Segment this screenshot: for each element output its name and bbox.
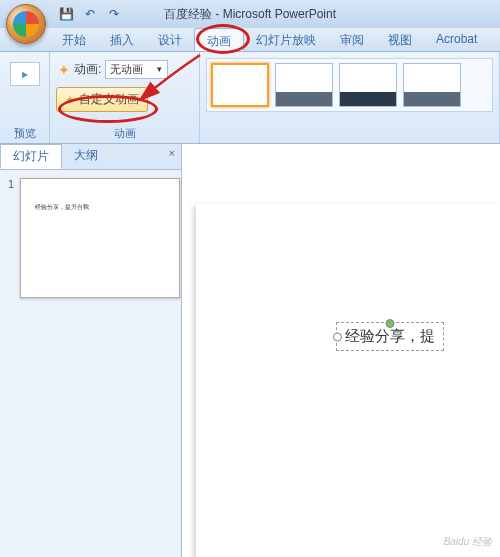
office-logo-icon <box>13 11 39 37</box>
thumbnail-area: 1 经验分享，提升自我 <box>0 170 181 306</box>
menu-insert[interactable]: 插入 <box>98 28 146 51</box>
anim-group-label: 动画 <box>50 126 199 141</box>
star-icon: ✦ <box>58 62 70 78</box>
watermark: Baidu 经验 <box>444 535 492 549</box>
redo-button[interactable]: ↷ <box>104 4 124 24</box>
transition-item[interactable] <box>403 63 461 107</box>
ribbon-group-animation: ✦ 动画: 无动画 ▼ ✦ 自定义动画 动画 <box>50 52 200 143</box>
ribbon-group-transitions <box>200 52 500 143</box>
custom-animation-button[interactable]: ✦ 自定义动画 <box>56 87 148 112</box>
window-title: 百度经验 - Microsoft PowerPoint <box>164 6 336 23</box>
menu-home[interactable]: 开始 <box>50 28 98 51</box>
undo-button[interactable]: ↶ <box>80 4 100 24</box>
content-area: 幻灯片 大纲 × 1 经验分享，提升自我 经验分享，提 <box>0 144 500 557</box>
menu-design[interactable]: 设计 <box>146 28 194 51</box>
close-panel-button[interactable]: × <box>163 144 181 169</box>
menu-acrobat[interactable]: Acrobat <box>424 28 489 51</box>
preview-button[interactable] <box>10 62 40 86</box>
transition-none[interactable] <box>211 63 269 107</box>
menu-animation[interactable]: 动画 <box>194 28 244 51</box>
transition-gallery <box>206 58 493 112</box>
ribbon-group-preview: 预览 <box>0 52 50 143</box>
anim-value: 无动画 <box>110 62 143 77</box>
chevron-down-icon: ▼ <box>155 65 163 74</box>
star-icon: ✦ <box>65 93 75 107</box>
preview-label: 预览 <box>0 126 49 141</box>
slide-thumbnail[interactable]: 经验分享，提升自我 <box>20 178 180 298</box>
menu-bar: 开始 插入 设计 动画 幻灯片放映 审阅 视图 Acrobat <box>0 28 500 52</box>
anim-dropdown[interactable]: 无动画 ▼ <box>105 60 168 79</box>
textbox-selected[interactable]: 经验分享，提 <box>336 322 444 351</box>
transition-item[interactable] <box>275 63 333 107</box>
menu-review[interactable]: 审阅 <box>328 28 376 51</box>
ribbon: 预览 ✦ 动画: 无动画 ▼ ✦ 自定义动画 动画 <box>0 52 500 144</box>
sidebar-tabs: 幻灯片 大纲 × <box>0 144 181 170</box>
slide-number: 1 <box>8 178 14 190</box>
thumbnail-text: 经验分享，提升自我 <box>35 203 89 212</box>
slide-editor: 经验分享，提 <box>182 144 500 557</box>
tab-slides[interactable]: 幻灯片 <box>0 144 62 169</box>
quick-access-toolbar: 💾 ↶ ↷ <box>56 4 124 24</box>
slide-canvas[interactable]: 经验分享，提 <box>196 204 500 557</box>
textbox-content[interactable]: 经验分享，提 <box>345 327 435 344</box>
transition-item[interactable] <box>339 63 397 107</box>
slides-panel: 幻灯片 大纲 × 1 经验分享，提升自我 <box>0 144 182 557</box>
menu-view[interactable]: 视图 <box>376 28 424 51</box>
anim-label: 动画: <box>74 61 101 78</box>
office-button[interactable] <box>6 4 46 44</box>
tab-outline[interactable]: 大纲 <box>62 144 110 169</box>
save-button[interactable]: 💾 <box>56 4 76 24</box>
custom-anim-label: 自定义动画 <box>79 91 139 108</box>
menu-slideshow[interactable]: 幻灯片放映 <box>244 28 328 51</box>
title-bar: 💾 ↶ ↷ 百度经验 - Microsoft PowerPoint <box>0 0 500 28</box>
